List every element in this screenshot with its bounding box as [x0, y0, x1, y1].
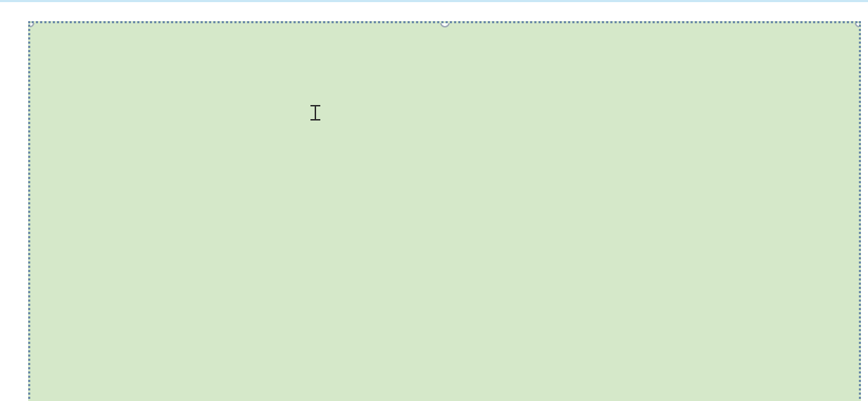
slide-canvas: String str = "12hello34world5java7891mys…	[0, 0, 868, 401]
resize-handle-top-middle[interactable]	[440, 21, 450, 27]
text-cursor-icon	[310, 105, 320, 121]
code-block-1[interactable]: String str = "12hello34world5java7891mys…	[28, 21, 861, 401]
resize-handle-top-right[interactable]	[855, 21, 861, 27]
resize-handle-top-left[interactable]	[28, 21, 34, 27]
